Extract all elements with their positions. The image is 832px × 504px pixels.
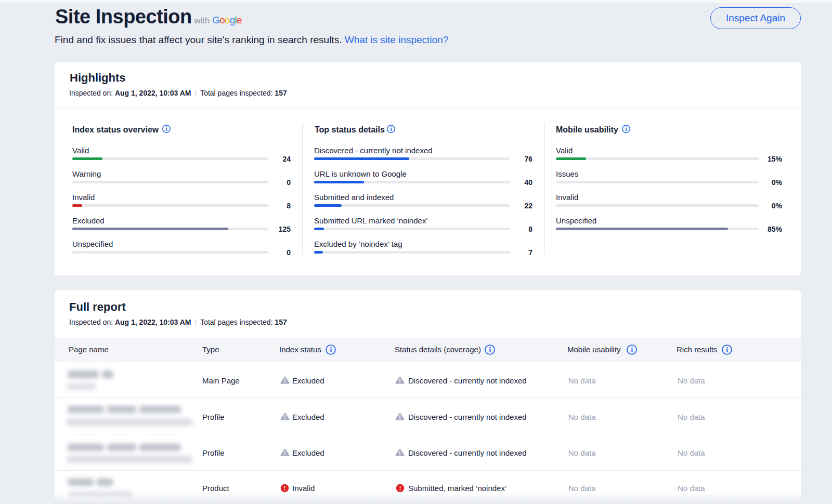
svg-text:i: i: [726, 346, 728, 354]
svg-text:i: i: [330, 346, 332, 354]
svg-text:i: i: [631, 346, 633, 354]
svg-text:i: i: [391, 126, 393, 132]
svg-text:i: i: [626, 126, 628, 132]
svg-text:i: i: [166, 126, 168, 132]
svg-text:i: i: [489, 346, 491, 354]
